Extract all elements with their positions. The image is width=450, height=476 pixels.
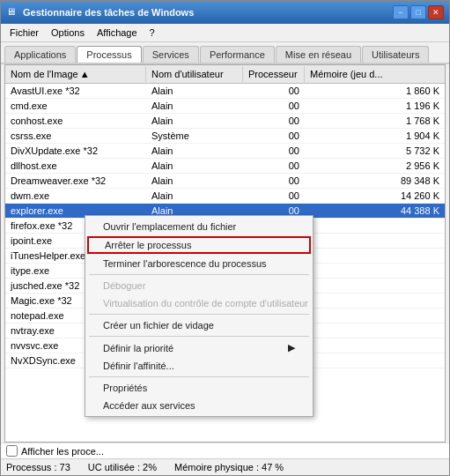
- process-list-panel: Nom de l'Image ▲ Nom d'utilisateur Proce…: [4, 64, 446, 443]
- sort-arrow-icon: ▲: [80, 69, 90, 79]
- col-header-cpu[interactable]: Processeur: [243, 66, 305, 82]
- menu-help[interactable]: ?: [144, 26, 160, 40]
- cell-mem: [305, 249, 445, 263]
- main-window: 🖥 Gestionnaire des tâches de Windows − □…: [0, 0, 450, 476]
- cell-mem: 2 956 K: [305, 159, 445, 173]
- context-menu-item[interactable]: Créer un fichier de vidage: [85, 316, 313, 334]
- cell-name: csrss.exe: [5, 129, 146, 143]
- cell-mem: [305, 219, 445, 233]
- context-menu-separator: [89, 336, 309, 337]
- cell-mem: [305, 353, 445, 368]
- table-row[interactable]: AvastUI.exe *32 Alain 00 1 860 K: [5, 84, 445, 99]
- context-menu-item[interactable]: Propriétés: [85, 379, 313, 397]
- cell-cpu: 00: [243, 114, 305, 128]
- status-memory: Mémoire physique : 47 %: [174, 462, 284, 472]
- cell-name: cmd.exe: [5, 99, 146, 113]
- cell-user: Alain: [146, 99, 243, 113]
- window-title: Gestionnaire des tâches de Windows: [23, 7, 194, 18]
- show-all-processes-checkbox[interactable]: [6, 445, 18, 457]
- cell-mem: 1 196 K: [305, 99, 445, 113]
- cell-cpu: 00: [243, 99, 305, 113]
- cell-cpu: 00: [243, 129, 305, 143]
- cell-cpu: 00: [243, 84, 305, 98]
- tabs-bar: Applications Processus Services Performa…: [1, 42, 449, 64]
- tab-utilisateurs[interactable]: Utilisateurs: [362, 46, 429, 63]
- tab-performance[interactable]: Performance: [200, 46, 275, 63]
- status-cpu: UC utilisée : 2%: [88, 462, 157, 472]
- table-row[interactable]: DivXUpdate.exe *32 Alain 00 5 732 K: [5, 144, 445, 159]
- table-row[interactable]: cmd.exe Alain 00 1 196 K: [5, 99, 445, 114]
- show-all-processes-label: Afficher les proce...: [21, 446, 104, 457]
- title-bar-left: 🖥 Gestionnaire des tâches de Windows: [6, 6, 194, 19]
- context-menu-item[interactable]: Terminer l'arborescence du processus: [85, 255, 313, 272]
- context-menu-separator: [89, 376, 309, 377]
- tab-services[interactable]: Services: [143, 46, 199, 63]
- cell-user: Alain: [146, 189, 243, 203]
- cell-mem: 44 388 K: [305, 204, 445, 218]
- context-menu-item[interactable]: Ouvrir l'emplacement du fichier: [85, 218, 313, 235]
- cell-name: dwm.exe: [5, 189, 146, 203]
- cell-mem: 89 348 K: [305, 174, 445, 188]
- submenu-arrow-icon: ▶: [288, 342, 295, 353]
- table-header: Nom de l'Image ▲ Nom d'utilisateur Proce…: [5, 65, 445, 84]
- cell-mem: [305, 309, 445, 323]
- context-menu-item[interactable]: Définir l'affinité...: [85, 357, 313, 375]
- context-menu-separator: [89, 274, 309, 275]
- cell-mem: 1 768 K: [305, 114, 445, 128]
- context-menu-item: Déboguer: [85, 277, 313, 294]
- minimize-button[interactable]: −: [393, 5, 409, 19]
- tab-processus[interactable]: Processus: [77, 46, 141, 63]
- cell-name: AvastUI.exe *32: [5, 84, 146, 98]
- table-row[interactable]: conhost.exe Alain 00 1 768 K: [5, 114, 445, 129]
- title-bar-controls: − □ ✕: [393, 5, 444, 19]
- cell-user: Alain: [146, 114, 243, 128]
- close-button[interactable]: ✕: [428, 5, 444, 19]
- context-menu-item: Virtualisation du contrôle de compte d'u…: [85, 294, 313, 312]
- cell-user: Système: [146, 129, 243, 143]
- table-row[interactable]: dllhost.exe Alain 00 2 956 K: [5, 159, 445, 174]
- cell-mem: [305, 264, 445, 278]
- status-bar: Processus : 73 UC utilisée : 2% Mémoire …: [1, 458, 449, 475]
- tab-applications[interactable]: Applications: [4, 46, 76, 63]
- context-menu: Ouvrir l'emplacement du fichierArrêter l…: [85, 215, 314, 417]
- context-menu-separator: [89, 314, 309, 315]
- table-row[interactable]: csrss.exe Système 00 1 904 K: [5, 129, 445, 144]
- menu-bar: Fichier Options Affichage ?: [1, 24, 449, 42]
- cell-mem: [305, 338, 445, 353]
- title-bar: 🖥 Gestionnaire des tâches de Windows − □…: [1, 1, 449, 24]
- table-row[interactable]: dwm.exe Alain 00 14 260 K: [5, 189, 445, 204]
- cell-mem: [305, 234, 445, 248]
- menu-options[interactable]: Options: [46, 26, 90, 40]
- show-all-processes-row: Afficher les proce...: [1, 443, 449, 458]
- col-header-user[interactable]: Nom d'utilisateur: [146, 66, 243, 82]
- cell-user: Alain: [146, 144, 243, 158]
- cell-name: Dreamweaver.exe *32: [5, 174, 146, 188]
- cell-mem: [305, 324, 445, 338]
- cell-mem: 1 904 K: [305, 129, 445, 143]
- col-header-name[interactable]: Nom de l'Image ▲: [5, 66, 146, 82]
- cell-user: Alain: [146, 84, 243, 98]
- cell-name: dllhost.exe: [5, 159, 146, 173]
- status-processes: Processus : 73: [6, 462, 70, 472]
- cell-mem: 1 860 K: [305, 84, 445, 98]
- cell-cpu: 00: [243, 174, 305, 188]
- window-icon: 🖥: [6, 6, 18, 19]
- maximize-button[interactable]: □: [410, 5, 426, 19]
- cell-user: Alain: [146, 174, 243, 188]
- tab-mise-en-reseau[interactable]: Mise en réseau: [276, 46, 361, 63]
- menu-fichier[interactable]: Fichier: [4, 26, 44, 40]
- table-row[interactable]: Dreamweaver.exe *32 Alain 00 89 348 K: [5, 174, 445, 189]
- cell-name: conhost.exe: [5, 114, 146, 128]
- cell-name: DivXUpdate.exe *32: [5, 144, 146, 158]
- context-menu-item[interactable]: Arrêter le processus: [87, 236, 311, 254]
- cell-mem: [305, 279, 445, 293]
- cell-mem: 14 260 K: [305, 189, 445, 203]
- col-header-mem[interactable]: Mémoire (jeu d...: [305, 66, 445, 82]
- cell-cpu: 00: [243, 159, 305, 173]
- cell-mem: 5 732 K: [305, 144, 445, 158]
- cell-cpu: 00: [243, 189, 305, 203]
- cell-mem: [305, 294, 445, 308]
- menu-affichage[interactable]: Affichage: [92, 26, 143, 40]
- context-menu-item[interactable]: Accéder aux services: [85, 397, 313, 414]
- context-menu-item[interactable]: Définir la priorité▶: [85, 338, 313, 357]
